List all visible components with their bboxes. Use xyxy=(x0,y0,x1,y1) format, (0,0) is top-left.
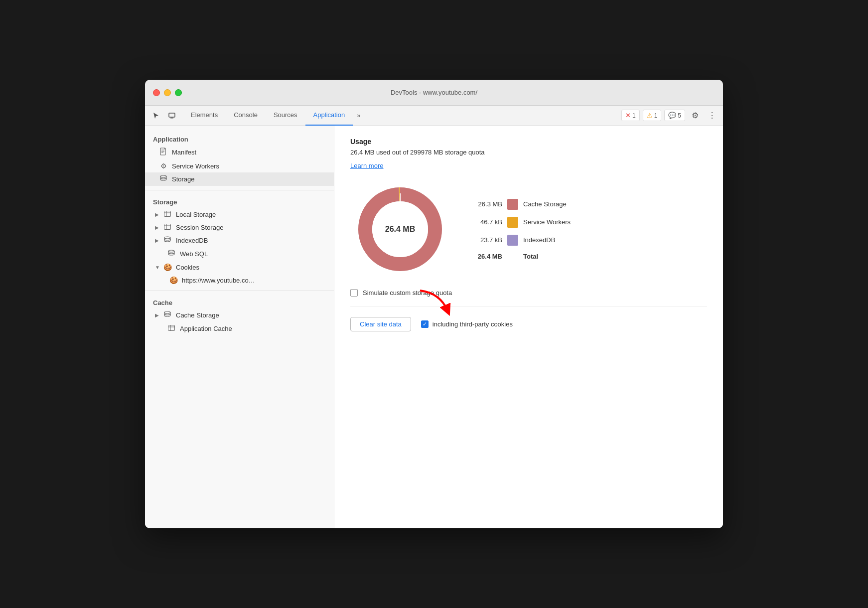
usage-section: Usage 26.4 MB used out of 299978 MB stor… xyxy=(350,138,707,307)
sw-name: Service Workers xyxy=(523,218,571,226)
sidebar-section-application: Application xyxy=(145,132,334,145)
legend-row-cache: 26.3 MB Cache Storage xyxy=(470,199,571,210)
idb-value: 23.7 kB xyxy=(470,236,502,244)
storage-label: Storage xyxy=(172,175,195,183)
svg-rect-10 xyxy=(164,224,171,230)
more-options-icon[interactable]: ⋮ xyxy=(705,109,719,123)
indexeddb-icon xyxy=(163,236,172,245)
sidebar-item-cookies[interactable]: ▼ 🍪 Cookies xyxy=(145,261,334,274)
usage-text: 26.4 MB used out of 299978 MB storage qu… xyxy=(350,149,707,156)
minimize-button[interactable] xyxy=(164,89,171,96)
learn-more-link[interactable]: Learn more xyxy=(350,162,383,169)
app-cache-icon xyxy=(167,324,176,332)
tab-elements[interactable]: Elements xyxy=(183,106,226,126)
legend-total-row: 26.4 MB Total xyxy=(470,253,571,260)
donut-chart: 26.4 MB xyxy=(350,179,450,279)
clear-site-data-button[interactable]: Clear site data xyxy=(350,317,411,331)
total-label: Total xyxy=(523,253,538,260)
sidebar-item-indexeddb[interactable]: ▶ IndexedDB xyxy=(145,234,334,247)
cache-storage-icon xyxy=(163,311,172,319)
cache-storage-label: Cache Storage xyxy=(176,311,219,319)
third-party-checkbox[interactable]: ✓ xyxy=(421,320,429,328)
sidebar-item-manifest[interactable]: Manifest xyxy=(145,145,334,159)
toolbar: Elements Console Sources Application » ✕… xyxy=(145,106,723,126)
red-arrow-annotation xyxy=(415,288,455,320)
tab-list: Elements Console Sources Application » xyxy=(183,106,621,126)
devtools-container: Elements Console Sources Application » ✕… xyxy=(145,106,723,528)
sidebar-item-local-storage[interactable]: ▶ Local Storage xyxy=(145,208,334,221)
svg-point-15 xyxy=(164,311,170,313)
red-arrow-svg xyxy=(415,288,455,318)
expand-arrow-local-storage[interactable]: ▶ xyxy=(155,212,161,217)
error-icon: ✕ xyxy=(625,112,631,119)
maximize-button[interactable] xyxy=(175,89,182,96)
total-value: 26.4 MB xyxy=(470,253,502,260)
devtools-window: DevTools - www.youtube.com/ xyxy=(145,80,723,528)
cookies-label: Cookies xyxy=(176,264,199,271)
cache-storage-color xyxy=(507,199,518,210)
svg-rect-1 xyxy=(170,118,173,119)
chat-icon: 💬 xyxy=(668,112,676,119)
sidebar-section-cache: Cache xyxy=(145,295,334,308)
expand-arrow-indexeddb[interactable]: ▶ xyxy=(155,238,161,243)
titlebar: DevTools - www.youtube.com/ xyxy=(145,80,723,106)
sw-color xyxy=(507,217,518,228)
sidebar-item-web-sql[interactable]: Web SQL xyxy=(145,247,334,261)
web-sql-icon xyxy=(167,250,176,258)
bottom-section: Clear site data ✓ including third-party … xyxy=(350,307,707,331)
tab-sources[interactable]: Sources xyxy=(266,106,305,126)
idb-color xyxy=(507,235,518,246)
expand-arrow-cache-storage[interactable]: ▶ xyxy=(155,312,161,318)
svg-point-14 xyxy=(168,250,174,252)
warning-icon: ⚠ xyxy=(647,112,653,119)
toolbar-icons xyxy=(149,109,179,123)
expand-arrow-cookies[interactable]: ▼ xyxy=(155,265,161,270)
cookies-youtube-icon: 🍪 xyxy=(169,276,178,284)
sidebar-item-cookies-youtube[interactable]: 🍪 https://www.youtube.co… xyxy=(145,274,334,287)
service-workers-icon: ⚙ xyxy=(159,162,168,170)
cookies-youtube-label: https://www.youtube.co… xyxy=(182,277,255,284)
sidebar-item-storage[interactable]: Storage xyxy=(145,172,334,186)
indexeddb-label: IndexedDB xyxy=(176,237,208,244)
expand-arrow-session-storage[interactable]: ▶ xyxy=(155,225,161,230)
web-sql-label: Web SQL xyxy=(180,250,208,258)
third-party-label: including third-party cookies xyxy=(433,320,513,328)
cookies-icon: 🍪 xyxy=(163,263,172,271)
legend: 26.3 MB Cache Storage 46.7 kB Service Wo… xyxy=(470,199,571,260)
legend-row-idb: 23.7 kB IndexedDB xyxy=(470,235,571,246)
cursor-icon[interactable] xyxy=(149,109,163,123)
tab-application[interactable]: Application xyxy=(305,106,353,126)
tab-console[interactable]: Console xyxy=(226,106,266,126)
divider-1 xyxy=(145,190,334,190)
service-workers-label: Service Workers xyxy=(172,162,219,170)
sidebar-item-service-workers[interactable]: ⚙ Service Workers xyxy=(145,159,334,172)
idb-name: IndexedDB xyxy=(523,236,555,244)
warning-badge[interactable]: ⚠ 1 xyxy=(643,110,662,121)
message-badge[interactable]: 💬 5 xyxy=(664,110,685,121)
sidebar-item-app-cache[interactable]: Application Cache xyxy=(145,322,334,335)
close-button[interactable] xyxy=(153,89,160,96)
tab-overflow[interactable]: » xyxy=(353,106,364,126)
simulate-checkbox[interactable] xyxy=(350,289,358,297)
error-badge[interactable]: ✕ 1 xyxy=(621,110,640,121)
local-storage-icon xyxy=(163,210,172,218)
svg-point-6 xyxy=(160,175,166,177)
sidebar-item-cache-storage[interactable]: ▶ Cache Storage xyxy=(145,308,334,322)
third-party-row: ✓ including third-party cookies xyxy=(421,320,513,328)
svg-rect-7 xyxy=(164,211,171,217)
svg-rect-16 xyxy=(168,325,175,331)
settings-icon[interactable]: ⚙ xyxy=(688,109,702,123)
usage-title: Usage xyxy=(350,138,707,146)
sw-value: 46.7 kB xyxy=(470,218,502,226)
legend-row-sw: 46.7 kB Service Workers xyxy=(470,217,571,228)
simulate-row: Simulate custom storage quota xyxy=(350,289,707,297)
sidebar: Application Manifest xyxy=(145,126,334,528)
main-panel: Usage 26.4 MB used out of 299978 MB stor… xyxy=(334,126,723,528)
sidebar-item-session-storage[interactable]: ▶ Session Storage xyxy=(145,221,334,234)
svg-point-13 xyxy=(164,237,170,239)
manifest-label: Manifest xyxy=(172,149,196,156)
svg-rect-0 xyxy=(169,113,175,117)
local-storage-label: Local Storage xyxy=(176,211,216,218)
device-icon[interactable] xyxy=(165,109,179,123)
session-storage-icon xyxy=(163,223,172,231)
